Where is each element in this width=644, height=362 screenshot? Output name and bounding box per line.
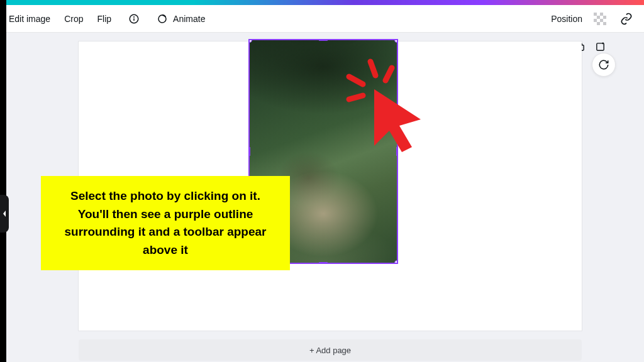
svg-rect-15 — [596, 43, 603, 50]
animate-label: Animate — [173, 14, 205, 24]
link-icon[interactable] — [618, 10, 635, 28]
add-page-button[interactable]: + Add page — [79, 339, 582, 361]
svg-rect-10 — [600, 19, 603, 22]
resize-edge-left[interactable] — [248, 146, 250, 156]
svg-rect-5 — [594, 13, 597, 16]
svg-rect-6 — [600, 13, 603, 16]
canvas-area: Select the photo by clicking on it. You'… — [0, 33, 644, 362]
transparency-icon[interactable] — [591, 10, 609, 28]
resize-handle-tr[interactable] — [394, 39, 398, 43]
resize-handle-tl[interactable] — [248, 39, 252, 43]
svg-rect-12 — [603, 22, 606, 25]
svg-rect-8 — [603, 16, 606, 19]
canvas-page[interactable]: Select the photo by clicking on it. You'… — [79, 41, 582, 331]
svg-rect-9 — [594, 19, 597, 22]
instruction-callout: Select the photo by clicking on it. You'… — [41, 176, 290, 270]
app-gradient-bar — [0, 0, 644, 5]
animate-button[interactable]: Animate — [157, 13, 205, 25]
svg-rect-7 — [597, 16, 600, 19]
resize-handle-br[interactable] — [394, 260, 398, 264]
flip-button[interactable]: Flip — [97, 14, 112, 24]
crop-button[interactable]: Crop — [64, 14, 83, 24]
position-button[interactable]: Position — [551, 14, 582, 24]
refresh-fab[interactable] — [592, 53, 616, 77]
svg-point-2 — [134, 16, 135, 17]
resize-edge-right[interactable] — [396, 146, 398, 156]
svg-rect-11 — [597, 22, 600, 25]
animate-icon — [157, 13, 168, 25]
info-icon[interactable] — [125, 10, 143, 28]
resize-edge-bottom[interactable] — [318, 262, 328, 264]
edit-image-button[interactable]: Edit image — [9, 14, 50, 24]
add-page-icon[interactable] — [594, 40, 606, 53]
resize-edge-top[interactable] — [318, 39, 328, 41]
context-toolbar: Edit image Crop Flip Animate Position — [0, 5, 644, 33]
